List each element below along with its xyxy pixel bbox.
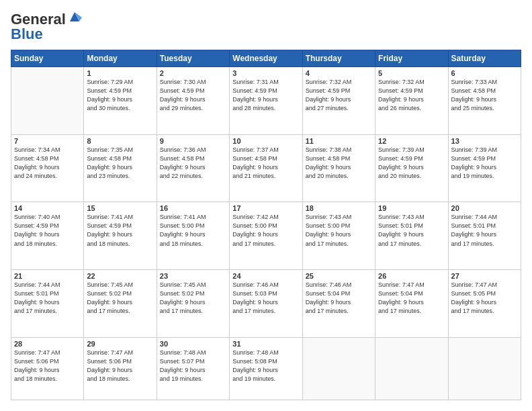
day-number: 31 xyxy=(232,340,299,348)
week-row-5: 28Sunrise: 7:47 AM Sunset: 5:06 PM Dayli… xyxy=(11,337,521,400)
day-cell: 23Sunrise: 7:45 AM Sunset: 5:02 PM Dayli… xyxy=(157,270,229,338)
day-info: Sunrise: 7:43 AM Sunset: 5:00 PM Dayligh… xyxy=(306,213,372,248)
day-cell: 26Sunrise: 7:47 AM Sunset: 5:04 PM Dayli… xyxy=(375,270,448,338)
day-number: 17 xyxy=(232,204,299,212)
logo: General Blue xyxy=(11,11,82,43)
day-info: Sunrise: 7:32 AM Sunset: 4:59 PM Dayligh… xyxy=(306,78,372,113)
day-cell: 1Sunrise: 7:29 AM Sunset: 4:59 PM Daylig… xyxy=(84,67,157,135)
day-info: Sunrise: 7:36 AM Sunset: 4:58 PM Dayligh… xyxy=(160,146,226,181)
day-cell: 25Sunrise: 7:46 AM Sunset: 5:04 PM Dayli… xyxy=(302,270,375,338)
day-cell: 2Sunrise: 7:30 AM Sunset: 4:59 PM Daylig… xyxy=(157,67,229,135)
day-number: 12 xyxy=(378,137,445,145)
day-cell xyxy=(375,337,448,400)
day-number: 2 xyxy=(160,69,226,77)
day-cell: 5Sunrise: 7:32 AM Sunset: 4:59 PM Daylig… xyxy=(375,67,448,135)
day-number: 3 xyxy=(232,69,299,77)
day-number: 9 xyxy=(160,137,226,145)
day-cell: 17Sunrise: 7:42 AM Sunset: 5:00 PM Dayli… xyxy=(230,202,302,270)
weekday-header-saturday: Saturday xyxy=(448,50,521,67)
day-info: Sunrise: 7:31 AM Sunset: 4:59 PM Dayligh… xyxy=(232,78,299,113)
day-info: Sunrise: 7:43 AM Sunset: 5:01 PM Dayligh… xyxy=(378,213,445,248)
day-number: 11 xyxy=(306,137,372,145)
day-number: 23 xyxy=(160,272,226,280)
day-cell: 24Sunrise: 7:46 AM Sunset: 5:03 PM Dayli… xyxy=(230,270,302,338)
day-cell: 19Sunrise: 7:43 AM Sunset: 5:01 PM Dayli… xyxy=(375,202,448,270)
day-number: 1 xyxy=(87,69,153,77)
day-info: Sunrise: 7:48 AM Sunset: 5:08 PM Dayligh… xyxy=(232,349,299,383)
day-info: Sunrise: 7:47 AM Sunset: 5:05 PM Dayligh… xyxy=(451,281,518,316)
day-info: Sunrise: 7:44 AM Sunset: 5:01 PM Dayligh… xyxy=(14,281,81,316)
day-info: Sunrise: 7:45 AM Sunset: 5:02 PM Dayligh… xyxy=(87,281,153,316)
weekday-header-sunday: Sunday xyxy=(11,50,84,67)
day-number: 6 xyxy=(451,69,518,77)
day-cell: 9Sunrise: 7:36 AM Sunset: 4:58 PM Daylig… xyxy=(157,134,229,202)
day-cell: 20Sunrise: 7:44 AM Sunset: 5:01 PM Dayli… xyxy=(448,202,521,270)
day-cell xyxy=(302,337,375,400)
day-cell: 31Sunrise: 7:48 AM Sunset: 5:08 PM Dayli… xyxy=(230,337,302,400)
day-cell: 12Sunrise: 7:39 AM Sunset: 4:59 PM Dayli… xyxy=(375,134,448,202)
day-cell: 7Sunrise: 7:34 AM Sunset: 4:58 PM Daylig… xyxy=(11,134,84,202)
day-info: Sunrise: 7:40 AM Sunset: 4:59 PM Dayligh… xyxy=(14,213,81,248)
day-number: 15 xyxy=(87,204,153,212)
day-number: 21 xyxy=(14,272,81,280)
day-info: Sunrise: 7:38 AM Sunset: 4:58 PM Dayligh… xyxy=(306,146,372,181)
day-number: 13 xyxy=(451,137,518,145)
day-info: Sunrise: 7:47 AM Sunset: 5:06 PM Dayligh… xyxy=(87,349,153,383)
weekday-header-thursday: Thursday xyxy=(302,50,375,67)
day-number: 22 xyxy=(87,272,153,280)
day-number: 7 xyxy=(14,137,81,145)
day-number: 16 xyxy=(160,204,226,212)
day-number: 24 xyxy=(232,272,299,280)
day-cell: 27Sunrise: 7:47 AM Sunset: 5:05 PM Dayli… xyxy=(448,270,521,338)
day-cell: 21Sunrise: 7:44 AM Sunset: 5:01 PM Dayli… xyxy=(11,270,84,338)
day-cell: 4Sunrise: 7:32 AM Sunset: 4:59 PM Daylig… xyxy=(302,67,375,135)
day-cell: 22Sunrise: 7:45 AM Sunset: 5:02 PM Dayli… xyxy=(84,270,157,338)
header: General Blue xyxy=(11,11,521,43)
day-info: Sunrise: 7:35 AM Sunset: 4:58 PM Dayligh… xyxy=(87,146,153,181)
day-info: Sunrise: 7:39 AM Sunset: 4:59 PM Dayligh… xyxy=(451,146,518,181)
day-info: Sunrise: 7:37 AM Sunset: 4:58 PM Dayligh… xyxy=(232,146,299,181)
day-cell: 11Sunrise: 7:38 AM Sunset: 4:58 PM Dayli… xyxy=(302,134,375,202)
day-cell: 13Sunrise: 7:39 AM Sunset: 4:59 PM Dayli… xyxy=(448,134,521,202)
day-cell: 29Sunrise: 7:47 AM Sunset: 5:06 PM Dayli… xyxy=(84,337,157,400)
weekday-header-monday: Monday xyxy=(84,50,157,67)
day-cell: 10Sunrise: 7:37 AM Sunset: 4:58 PM Dayli… xyxy=(230,134,302,202)
day-cell: 18Sunrise: 7:43 AM Sunset: 5:00 PM Dayli… xyxy=(302,202,375,270)
day-info: Sunrise: 7:29 AM Sunset: 4:59 PM Dayligh… xyxy=(87,78,153,113)
day-info: Sunrise: 7:46 AM Sunset: 5:03 PM Dayligh… xyxy=(232,281,299,316)
day-cell: 14Sunrise: 7:40 AM Sunset: 4:59 PM Dayli… xyxy=(11,202,84,270)
day-number: 4 xyxy=(306,69,372,77)
week-row-2: 7Sunrise: 7:34 AM Sunset: 4:58 PM Daylig… xyxy=(11,134,521,202)
day-info: Sunrise: 7:47 AM Sunset: 5:06 PM Dayligh… xyxy=(14,349,81,383)
day-number: 27 xyxy=(451,272,518,280)
day-cell xyxy=(11,67,84,135)
day-cell xyxy=(448,337,521,400)
day-info: Sunrise: 7:44 AM Sunset: 5:01 PM Dayligh… xyxy=(451,213,518,248)
day-info: Sunrise: 7:33 AM Sunset: 4:58 PM Dayligh… xyxy=(451,78,518,113)
day-cell: 3Sunrise: 7:31 AM Sunset: 4:59 PM Daylig… xyxy=(230,67,302,135)
weekday-header-wednesday: Wednesday xyxy=(230,50,302,67)
day-info: Sunrise: 7:47 AM Sunset: 5:04 PM Dayligh… xyxy=(378,281,445,316)
weekday-header-tuesday: Tuesday xyxy=(157,50,229,67)
day-cell: 28Sunrise: 7:47 AM Sunset: 5:06 PM Dayli… xyxy=(11,337,84,400)
day-cell: 6Sunrise: 7:33 AM Sunset: 4:58 PM Daylig… xyxy=(448,67,521,135)
day-number: 29 xyxy=(87,340,153,348)
day-cell: 16Sunrise: 7:41 AM Sunset: 5:00 PM Dayli… xyxy=(157,202,229,270)
day-cell: 15Sunrise: 7:41 AM Sunset: 4:59 PM Dayli… xyxy=(84,202,157,270)
day-number: 30 xyxy=(160,340,226,348)
weekday-header-friday: Friday xyxy=(375,50,448,67)
day-number: 25 xyxy=(306,272,372,280)
day-number: 19 xyxy=(378,204,445,212)
day-number: 18 xyxy=(306,204,372,212)
day-number: 26 xyxy=(378,272,445,280)
day-info: Sunrise: 7:34 AM Sunset: 4:58 PM Dayligh… xyxy=(14,146,81,181)
day-info: Sunrise: 7:30 AM Sunset: 4:59 PM Dayligh… xyxy=(160,78,226,113)
day-number: 28 xyxy=(14,340,81,348)
day-number: 10 xyxy=(232,137,299,145)
calendar-table: SundayMondayTuesdayWednesdayThursdayFrid… xyxy=(11,50,521,400)
day-info: Sunrise: 7:32 AM Sunset: 4:59 PM Dayligh… xyxy=(378,78,445,113)
day-number: 5 xyxy=(378,69,445,77)
day-info: Sunrise: 7:42 AM Sunset: 5:00 PM Dayligh… xyxy=(232,213,299,248)
day-cell: 8Sunrise: 7:35 AM Sunset: 4:58 PM Daylig… xyxy=(84,134,157,202)
week-row-1: 1Sunrise: 7:29 AM Sunset: 4:59 PM Daylig… xyxy=(11,67,521,135)
